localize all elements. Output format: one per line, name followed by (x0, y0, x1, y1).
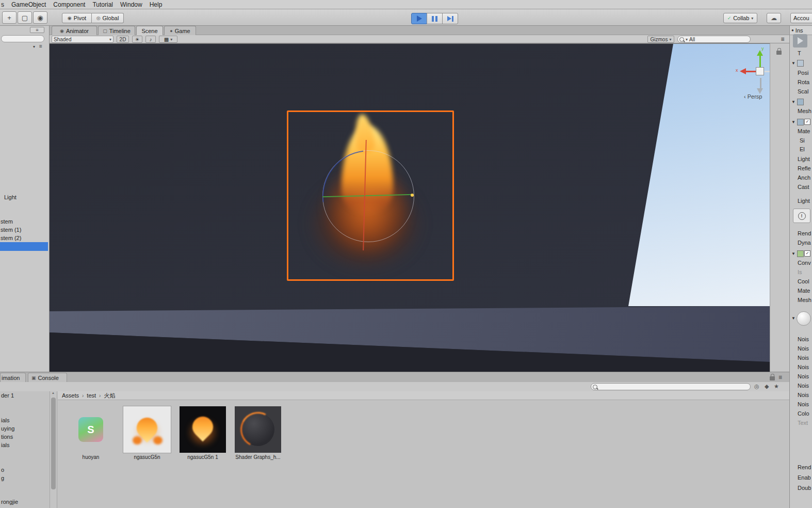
favorites-star-icon[interactable]: ★ (774, 383, 779, 390)
pause-button[interactable] (427, 13, 443, 24)
transform-component-icon (797, 60, 804, 67)
search-by-label-icon[interactable]: ◆ (765, 383, 769, 390)
scene-toolbar: Shaded ▾ 2D ☀ ♪ ▩ ▾ Gizmos ▾ ▾ All ≡ (50, 35, 789, 43)
scroll-up-icon[interactable]: ▲ (52, 391, 55, 394)
collab-check-icon: ✓ (727, 15, 732, 21)
scrollbar-thumb[interactable] (51, 398, 56, 489)
foldout-icon[interactable]: ▼ (791, 251, 795, 256)
mesh-renderer-icon (797, 119, 804, 125)
lock-icon[interactable] (776, 51, 782, 55)
folder-item[interactable]: rongjie (1, 499, 18, 505)
effects-icon: ▩ (164, 37, 169, 42)
component-enabled-checkbox[interactable]: ✓ (804, 119, 810, 125)
project-vertical-scrollbar[interactable]: ▲ (50, 391, 57, 508)
component-enabled-checkbox[interactable]: ✓ (804, 250, 810, 257)
cloud-button[interactable]: ☁ (767, 13, 781, 23)
inspector-row: Nois (798, 336, 809, 342)
asset-label[interactable]: ngasucG5n 1 (177, 454, 229, 460)
scene-audio-toggle[interactable]: ♪ (145, 36, 156, 43)
folder-item[interactable]: ials (1, 442, 10, 448)
scene-effects-dropdown[interactable]: ▩ ▾ (159, 36, 177, 43)
inspector-row: Si (800, 137, 805, 144)
folder-item[interactable]: ials (1, 417, 10, 423)
transform-tool-button[interactable]: ◉ (33, 11, 47, 24)
menu-icon[interactable]: ≡ (778, 374, 782, 381)
foldout-icon[interactable]: ▼ (791, 100, 795, 104)
tab-scene[interactable]: Scene (136, 26, 163, 35)
search-by-type-icon[interactable]: ◎ (754, 383, 759, 390)
folder-item[interactable]: g (1, 475, 4, 481)
menu-gameobject[interactable]: GameObject (11, 1, 46, 8)
breadcrumb-assets[interactable]: Assets (62, 392, 79, 399)
flame-lobe (153, 436, 163, 444)
tab-game[interactable]: ● Game (164, 26, 196, 35)
folder-item[interactable]: tions (1, 434, 13, 440)
menu-assets-cut[interactable]: s (1, 1, 4, 8)
inspector-row: Rend (798, 464, 811, 470)
collab-button[interactable]: ✓ Collab ▾ (723, 13, 757, 23)
scene-search-field[interactable]: ▾ All (677, 36, 751, 43)
tab-console[interactable]: ▣ Console (28, 373, 67, 383)
hierarchy-item-particle-system[interactable]: stem (1, 217, 13, 226)
asset-thumbnail-flame-light[interactable] (123, 406, 171, 453)
lock-icon[interactable] (770, 376, 775, 380)
projection-mode-label[interactable]: ‹ Persp (744, 93, 762, 100)
shading-mode-dropdown[interactable]: Shaded ▾ (52, 36, 113, 43)
tab-timeline[interactable]: ▢ Timeline (98, 26, 135, 35)
tab-scene-label: Scene (141, 28, 157, 34)
asset-thumbnail-huoyan[interactable]: S (78, 417, 103, 442)
foldout-icon[interactable]: ▼ (791, 316, 795, 321)
hierarchy-item-light[interactable]: Light (4, 193, 17, 201)
collab-label: Collab (733, 15, 749, 21)
tab-animation[interactable]: imation (0, 373, 26, 383)
hierarchy-item-particle-system-2[interactable]: stem (2) (1, 234, 21, 242)
breadcrumb-folder-current[interactable]: 火焰 (104, 392, 115, 400)
gizmo-center-cube[interactable] (756, 67, 764, 75)
play-button[interactable] (411, 13, 427, 24)
folder-item[interactable]: o (1, 467, 4, 473)
inspector-row: Dyna (798, 240, 811, 246)
asset-label[interactable]: huoyan (65, 454, 117, 460)
menu-icon[interactable]: ≡ (39, 43, 42, 49)
inspector-row: Nois (798, 392, 809, 398)
inspector-row: Nois (798, 401, 809, 407)
step-button[interactable] (442, 13, 458, 24)
hierarchy-search-input[interactable] (1, 35, 44, 42)
project-search-input[interactable] (591, 383, 751, 390)
hierarchy-create-button[interactable]: ≡ (30, 27, 44, 33)
menu-tutorial[interactable]: Tutorial (92, 1, 113, 8)
timeline-icon: ▢ (103, 28, 107, 34)
folder-item[interactable]: der 1 (1, 392, 14, 399)
hierarchy-item-selected[interactable] (0, 242, 48, 251)
menu-window[interactable]: Window (120, 1, 142, 8)
breadcrumb-test[interactable]: test (87, 392, 96, 399)
move-tool-button[interactable]: + (2, 11, 17, 24)
menu-help[interactable]: Help (150, 1, 163, 8)
asset-thumbnail-flame-dark[interactable] (180, 406, 226, 453)
foldout-icon[interactable]: ▼ (791, 120, 795, 124)
inspector-row: Refle (798, 165, 811, 171)
gizmos-dropdown[interactable]: Gizmos ▾ (647, 36, 674, 43)
x-axis-arrow-icon[interactable] (740, 68, 746, 74)
orientation-gizmo[interactable]: y x ‹ Persp (736, 48, 770, 102)
folder-item[interactable]: uying (1, 425, 14, 432)
asset-label[interactable]: ngasucG5n (121, 454, 173, 460)
chevron-down-icon[interactable]: ▾ (33, 44, 35, 49)
global-label: Global (103, 15, 119, 21)
pivot-toggle-button[interactable]: ◉ Pivot (62, 13, 92, 23)
scene-view[interactable]: y x ‹ Persp (50, 43, 770, 372)
global-toggle-button[interactable]: ◎ Global (92, 13, 124, 23)
scene-lighting-toggle[interactable]: ☀ (132, 36, 142, 43)
rect-tool-button[interactable]: ▢ (18, 11, 32, 24)
foldout-icon[interactable]: ▼ (791, 61, 795, 66)
menu-component[interactable]: Component (53, 1, 85, 8)
selection-rectangle-gizmo[interactable] (287, 110, 454, 281)
account-button[interactable]: Accou (790, 13, 812, 23)
scene-menu-button[interactable]: ≡ (778, 36, 787, 43)
2d-toggle-button[interactable]: 2D (117, 36, 129, 43)
asset-thumbnail-material-sphere[interactable] (235, 406, 281, 453)
y-axis-arrow-icon[interactable] (757, 50, 763, 56)
tab-animator[interactable]: ◉ Animator (52, 26, 97, 35)
hierarchy-item-particle-system-1[interactable]: stem (1) (1, 226, 21, 234)
asset-label[interactable]: Shader Graphs_h... (232, 454, 284, 460)
